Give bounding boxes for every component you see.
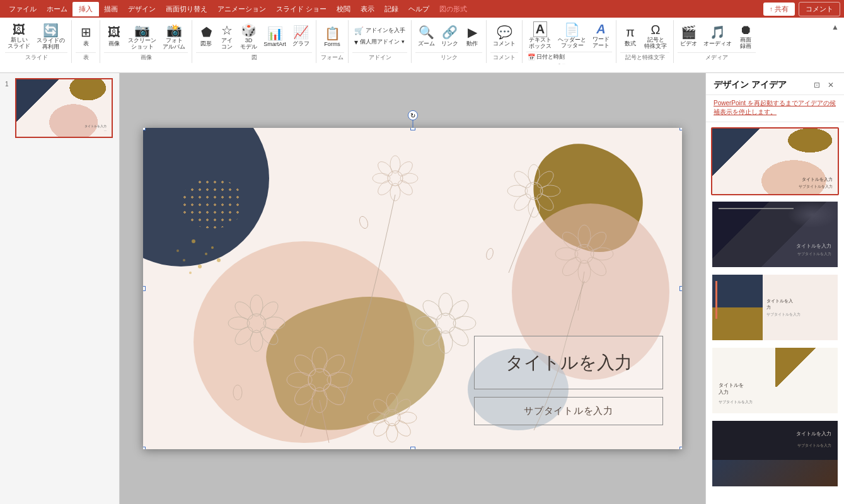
image-button[interactable]: 🖼 画像 bbox=[104, 24, 124, 49]
ribbon-group-table-label: 表 bbox=[76, 52, 96, 62]
get-addin-button[interactable]: 🛒 アドインを入手 bbox=[352, 26, 407, 36]
ribbon-group-forms-label: フォーム bbox=[320, 52, 344, 62]
ribbon-group-link-label: リンク bbox=[415, 52, 482, 62]
smartart-button[interactable]: 📊 SmartArt bbox=[261, 25, 289, 49]
design-idea-3[interactable]: タイトルを入力 サブタイトルを入力 bbox=[711, 273, 839, 341]
selection-handle-ml[interactable] bbox=[143, 286, 146, 291]
share-button[interactable]: ↑ 共有 bbox=[763, 3, 795, 16]
tab-insert[interactable]: 挿入 bbox=[72, 2, 99, 16]
ribbon-group-shapes: ⬟ 図形 ☆ アイコン 🎲 3Dモデル 📊 SmartArt 📈 グラ bbox=[192, 20, 316, 63]
ribbon-group-media-label: メディア bbox=[678, 52, 756, 62]
ribbon-group-addin-label: アドイン bbox=[352, 52, 407, 62]
ribbon-group-symbol-label: 記号と特殊文字 bbox=[620, 52, 669, 62]
ribbon-group-link: 🔍 ズーム 🔗 リンク ▶ 動作 リンク bbox=[412, 20, 487, 63]
photo-album-button[interactable]: 📸 フォトアルバム bbox=[160, 21, 188, 52]
equation-button[interactable]: π 数式 bbox=[620, 24, 640, 49]
textbox-button[interactable]: A テキストボックス bbox=[526, 20, 554, 51]
tab-transitions[interactable]: 画面切り替え bbox=[161, 2, 212, 16]
design-panel-description[interactable]: PowerPoint を再起動するまでアイデアの候補表示を停止します。 bbox=[706, 95, 844, 122]
selection-handle-bm[interactable] bbox=[410, 447, 415, 449]
selection-handle-br[interactable] bbox=[679, 447, 682, 449]
ribbon-group-slide: 🖼 新しいスライド 🔄 スライドの再利用 スライド bbox=[3, 20, 72, 63]
design-idea-2[interactable]: タイトルを入力 サブタイトルを入力 bbox=[711, 200, 839, 268]
tab-review[interactable]: 校閲 bbox=[332, 2, 356, 16]
forms-button[interactable]: 📋 Forms bbox=[320, 25, 344, 49]
comment-ribbon-button[interactable]: 💬 コメント bbox=[490, 23, 518, 49]
selection-handle-mr[interactable] bbox=[679, 286, 682, 291]
panel-expand-button[interactable]: ⊡ bbox=[811, 79, 823, 91]
share-icon: ↑ bbox=[770, 6, 773, 13]
ribbon-group-comment: 💬 コメント コメント bbox=[487, 20, 523, 63]
tab-view[interactable]: 表示 bbox=[356, 2, 379, 16]
tab-file[interactable]: ファイル bbox=[4, 2, 42, 16]
ribbon-group-comment-label: コメント bbox=[490, 52, 518, 62]
ribbon-group-forms: 📋 Forms フォーム bbox=[316, 20, 349, 63]
3d-model-button[interactable]: 🎲 3Dモデル bbox=[238, 21, 260, 52]
reuse-slides-button[interactable]: 🔄 スライドの再利用 bbox=[34, 21, 67, 52]
ribbon-group-media: 🎬 ビデオ 🎵 オーディオ ⏺ 画面録画 メディア bbox=[674, 20, 760, 63]
personal-addin-button[interactable]: ▾ 個人用アドイン ▾ bbox=[352, 37, 407, 47]
tab-design[interactable]: デザイン bbox=[123, 2, 161, 16]
ribbon-group-image-label: 画像 bbox=[104, 52, 188, 62]
tab-record[interactable]: 記録 bbox=[379, 2, 403, 16]
slide-thumbnail-1[interactable]: タイトルを入力— bbox=[15, 78, 113, 138]
tab-help[interactable]: ヘルプ bbox=[403, 2, 434, 16]
rotate-handle[interactable]: ↻ bbox=[408, 110, 418, 120]
special-char-button[interactable]: Ω 記号と特殊文字 bbox=[642, 21, 669, 51]
wordart-button[interactable]: A ワードアート bbox=[590, 21, 612, 50]
new-slide-button[interactable]: 🖼 新しいスライド bbox=[5, 21, 33, 51]
tab-animations[interactable]: アニメーション bbox=[212, 2, 271, 16]
table-button[interactable]: ⊞ 表 bbox=[76, 23, 96, 49]
tab-draw[interactable]: 描画 bbox=[99, 2, 123, 16]
video-button[interactable]: 🎬 ビデオ bbox=[678, 23, 700, 49]
design-ideas-list: タイトルを入力 サブタイトルを入力 タイトルを入力 サブタイトルを入力 bbox=[706, 122, 844, 504]
slide-number-1: 1 bbox=[5, 81, 9, 88]
canvas-area: ↻ bbox=[120, 73, 705, 504]
slide-item-1[interactable]: 1 タイトルを入力— bbox=[15, 78, 114, 138]
icons-button[interactable]: ☆ アイコン bbox=[217, 21, 236, 52]
comment-button[interactable]: コメント bbox=[799, 2, 840, 16]
tab-shape-format[interactable]: 図の形式 bbox=[434, 2, 472, 16]
slide-panel: 1 タイトルを入力— bbox=[0, 73, 120, 504]
share-label: 共有 bbox=[775, 4, 789, 14]
selection-handle-bl[interactable] bbox=[143, 447, 146, 449]
header-footer-button[interactable]: 📄 ヘッダーとフッター bbox=[555, 21, 589, 51]
ribbon-group-shapes-label: 図 bbox=[196, 52, 312, 62]
ribbon-group-table: ⊞ 表 表 bbox=[72, 20, 100, 63]
screen-record-button[interactable]: ⏺ 画面録画 bbox=[736, 21, 756, 51]
link-button[interactable]: 🔗 リンク bbox=[439, 23, 461, 49]
ribbon-group-image: 🖼 画像 📷 スクリーンショット 📸 フォトアルバム 画像 bbox=[100, 20, 192, 63]
ribbon-group-slide-label: スライド bbox=[5, 52, 67, 62]
selection-handle-tl[interactable] bbox=[143, 128, 146, 130]
tab-slideshow[interactable]: スライド ショー bbox=[271, 2, 332, 16]
audio-button[interactable]: 🎵 オーディオ bbox=[701, 23, 734, 49]
slide-number-button[interactable]: #スライド番号 bbox=[526, 62, 612, 64]
ribbon-group-text: A テキストボックス 📄 ヘッダーとフッター A ワードアート 📅日付と時刻 #… bbox=[523, 20, 616, 63]
title-text: タイトルを入力 bbox=[506, 351, 632, 375]
selection-handle-tm[interactable] bbox=[410, 128, 415, 130]
subtitle-text: サブタイトルを入力 bbox=[524, 405, 613, 417]
design-ideas-panel: デザイン アイデア ⊡ ✕ PowerPoint を再起動するまでアイデアの候補… bbox=[705, 73, 844, 504]
action-button[interactable]: ▶ 動作 bbox=[462, 23, 482, 49]
design-panel-title: デザイン アイデア bbox=[714, 79, 787, 91]
panel-close-button[interactable]: ✕ bbox=[825, 79, 836, 91]
design-stop-link[interactable]: PowerPoint を再起動するまでアイデアの候補表示を停止します。 bbox=[714, 99, 836, 117]
chart-button[interactable]: 📈 グラフ bbox=[290, 23, 312, 49]
ribbon-collapse-button[interactable]: ▲ bbox=[829, 20, 841, 34]
shapes-button[interactable]: ⬟ 図形 bbox=[196, 23, 216, 49]
ribbon-group-symbol: π 数式 Ω 記号と特殊文字 記号と特殊文字 bbox=[616, 20, 674, 63]
selection-handle-tr[interactable] bbox=[679, 128, 682, 130]
screenshot-button[interactable]: 📷 スクリーンショット bbox=[125, 21, 159, 52]
title-textbox[interactable]: タイトルを入力 bbox=[474, 336, 663, 389]
subtitle-textbox[interactable]: サブタイトルを入力 bbox=[474, 397, 663, 425]
comment-label: コメント bbox=[806, 5, 833, 13]
zoom-button[interactable]: 🔍 ズーム bbox=[415, 23, 437, 49]
ribbon-group-addin: 🛒 アドインを入手 ▾ 個人用アドイン ▾ アドイン bbox=[349, 20, 412, 63]
tab-home[interactable]: ホーム bbox=[42, 2, 72, 16]
design-idea-4[interactable]: タイトルを入力 サブタイトルを入力 bbox=[711, 346, 839, 415]
design-idea-1[interactable]: タイトルを入力 サブタイトルを入力 bbox=[711, 127, 839, 195]
ribbon: 🖼 新しいスライド 🔄 スライドの再利用 スライド ⊞ 表 表 bbox=[0, 18, 844, 73]
datetime-button[interactable]: 📅日付と時刻 bbox=[526, 52, 612, 62]
design-idea-5[interactable]: タイトルを入力 サブタイトルを入力 bbox=[711, 420, 839, 488]
slide-canvas[interactable]: タイトルを入力 サブタイトルを入力 bbox=[143, 128, 682, 449]
